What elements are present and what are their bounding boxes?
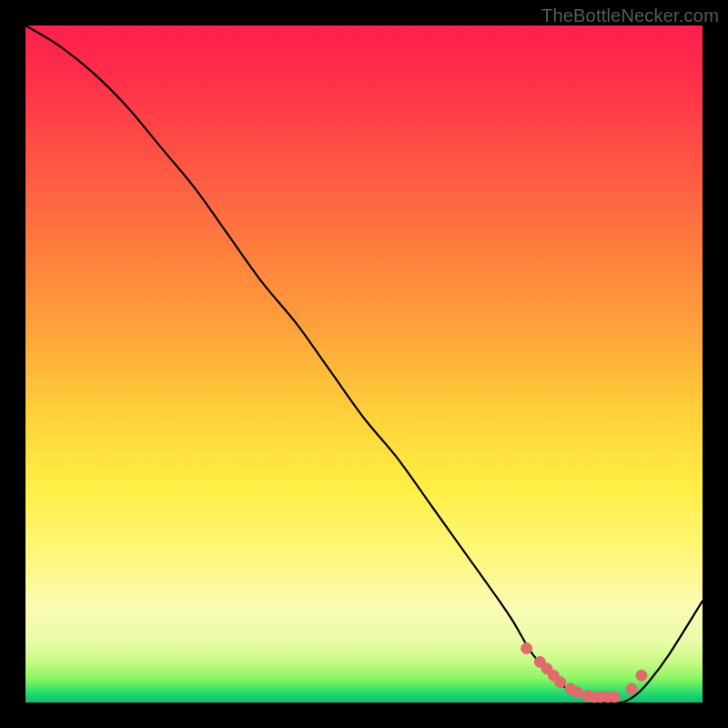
sweet-spot-dot [571, 687, 582, 698]
sweet-spot-dots [521, 643, 647, 703]
bottleneck-curve [25, 25, 703, 703]
chart-stage: TheBottleNecker.com [0, 0, 728, 728]
sweet-spot-dot [626, 683, 637, 694]
plot-area [25, 25, 703, 703]
sweet-spot-dot [609, 692, 620, 703]
curve-layer [25, 25, 703, 703]
sweet-spot-dot [521, 643, 532, 654]
watermark-text: TheBottleNecker.com [541, 5, 719, 26]
sweet-spot-dot [555, 677, 566, 688]
sweet-spot-dot [636, 670, 647, 681]
